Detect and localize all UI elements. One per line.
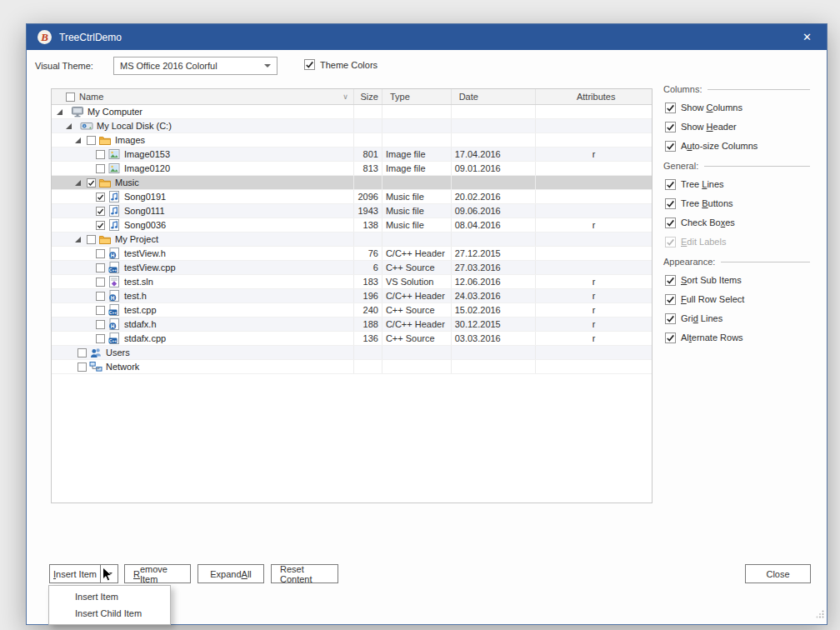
row-checkbox[interactable] bbox=[96, 249, 105, 258]
music-icon bbox=[108, 218, 121, 232]
cell-type: Music file bbox=[382, 218, 452, 232]
tree-row-song0191[interactable]: Song01912096Music file20.02.2016 bbox=[52, 190, 652, 204]
option-checkbox[interactable] bbox=[665, 313, 676, 324]
window-title: TreeCtrlDemo bbox=[59, 32, 122, 43]
cell-name: My Project bbox=[52, 232, 354, 246]
row-checkbox[interactable] bbox=[96, 306, 105, 315]
row-checkbox[interactable] bbox=[96, 320, 105, 329]
option-tree-buttons[interactable]: Tree Buttons bbox=[665, 197, 810, 210]
option-alternate-rows[interactable]: Alternate Rows bbox=[665, 331, 810, 344]
menu-item-insert-item[interactable]: Insert Item bbox=[49, 588, 170, 605]
tree-row-stdafx-cpp[interactable]: C++stdafx.cpp136C++ Source03.03.2016r bbox=[52, 332, 652, 346]
tree-row-test-cpp[interactable]: C++test.cpp240C++ Source15.02.2016r bbox=[52, 303, 652, 318]
option-checkbox[interactable] bbox=[665, 332, 676, 343]
tree-row-testview-h[interactable]: HtestView.h76C/C++ Header27.12.2015 bbox=[52, 247, 652, 261]
close-button[interactable]: Close bbox=[745, 564, 811, 583]
row-checkbox[interactable] bbox=[87, 178, 96, 188]
option-show-columns[interactable]: Show Columns bbox=[665, 101, 810, 114]
tree-row-my-local-disk-c[interactable]: My Local Disk (C:) bbox=[52, 119, 652, 133]
cell-attributes bbox=[536, 119, 652, 132]
combo-dropdown-icon[interactable] bbox=[264, 64, 271, 68]
row-checkbox[interactable] bbox=[96, 278, 105, 287]
cell-attributes: r bbox=[536, 318, 652, 331]
cell-size bbox=[354, 360, 382, 373]
tree-row-network[interactable]: Network bbox=[52, 360, 652, 374]
cell-name: Htest.h bbox=[52, 289, 354, 302]
tree-row-my-computer[interactable]: My Computer bbox=[52, 105, 652, 119]
row-checkbox[interactable] bbox=[87, 235, 96, 244]
tree-row-stdafx-h[interactable]: Hstdafx.h188C/C++ Header30.12.2015r bbox=[52, 318, 652, 332]
column-header-type[interactable]: Type bbox=[382, 89, 452, 104]
expand-toggle-icon[interactable] bbox=[66, 123, 78, 129]
menu-item-insert-child-item[interactable]: Insert Child Item bbox=[49, 605, 170, 622]
option-checkbox[interactable] bbox=[665, 275, 676, 286]
tree-row-music[interactable]: Music bbox=[52, 176, 652, 190]
theme-colors-label: Theme Colors bbox=[320, 60, 378, 70]
folder-icon bbox=[98, 232, 112, 246]
tree-row-song0111[interactable]: Song01111943Music file09.06.2016 bbox=[52, 204, 652, 218]
option-checkbox[interactable] bbox=[665, 122, 676, 132]
option-show-header[interactable]: Show Header bbox=[665, 120, 810, 133]
sort-chevron-icon[interactable]: ∨ bbox=[342, 92, 350, 101]
option-checkbox[interactable] bbox=[665, 179, 676, 190]
cell-attributes bbox=[536, 190, 652, 203]
row-checkbox[interactable] bbox=[96, 221, 105, 230]
option-sort-sub-items[interactable]: Sort Sub Items bbox=[665, 273, 810, 287]
reset-content-button[interactable]: Reset Content bbox=[271, 564, 338, 583]
row-checkbox[interactable] bbox=[96, 164, 105, 173]
column-header-attributes[interactable]: Attributes bbox=[536, 89, 652, 104]
tree-row-song0036[interactable]: Song0036138Music file08.04.2016r bbox=[52, 218, 652, 232]
cell-name: C++testView.cpp bbox=[52, 261, 354, 274]
option-checkbox[interactable] bbox=[665, 141, 676, 152]
tree-row-test-h[interactable]: Htest.h196C/C++ Header24.03.2016r bbox=[52, 289, 652, 303]
window-close-button[interactable]: ✕ bbox=[798, 29, 816, 45]
cell-date bbox=[452, 119, 537, 132]
row-checkbox[interactable] bbox=[78, 362, 87, 372]
header-checkbox[interactable] bbox=[66, 92, 75, 102]
option-full-row-select[interactable]: Full Row Select bbox=[665, 292, 810, 306]
theme-colors-checkbox-box[interactable] bbox=[304, 59, 315, 70]
row-checkbox[interactable] bbox=[96, 192, 105, 202]
option-check-boxes[interactable]: Check Boxes bbox=[665, 216, 810, 229]
tree-row-my-project[interactable]: My Project bbox=[52, 232, 652, 247]
row-checkbox[interactable] bbox=[96, 292, 105, 301]
expand-toggle-icon[interactable] bbox=[75, 180, 87, 186]
row-checkbox[interactable] bbox=[78, 348, 87, 358]
option-checkbox[interactable] bbox=[665, 294, 676, 305]
tree-row-image0153[interactable]: Image0153801Image file17.04.2016r bbox=[52, 148, 652, 162]
users-icon bbox=[89, 346, 102, 359]
option-tree-lines[interactable]: Tree Lines bbox=[665, 178, 810, 191]
expand-toggle-icon[interactable] bbox=[57, 109, 68, 115]
remove-item-button[interactable]: Remove Item bbox=[124, 564, 191, 583]
option-auto-size-columns[interactable]: Auto-size Columns bbox=[665, 139, 810, 152]
insert-item-button[interactable]: Insert Item bbox=[50, 565, 100, 582]
option-checkbox[interactable] bbox=[665, 198, 676, 209]
row-checkbox[interactable] bbox=[96, 334, 105, 343]
cell-date: 17.04.2016 bbox=[452, 148, 537, 161]
treectrldemo-window: B TreeCtrlDemo ✕ Visual Theme: MS Office… bbox=[26, 23, 828, 625]
tree-row-testview-cpp[interactable]: C++testView.cpp6C++ Source27.03.2016 bbox=[52, 261, 652, 275]
tree-row-image0120[interactable]: Image0120813Image file09.01.2016 bbox=[52, 162, 652, 176]
column-header-date[interactable]: Date bbox=[452, 89, 537, 104]
column-header-name[interactable]: Name∨ bbox=[52, 89, 354, 104]
options-panel: Columns:Show ColumnsShow HeaderAuto-size… bbox=[663, 84, 810, 352]
expand-toggle-icon[interactable] bbox=[75, 237, 87, 242]
option-checkbox[interactable] bbox=[665, 218, 676, 228]
tree-row-images[interactable]: Images bbox=[52, 133, 652, 148]
visual-theme-combobox[interactable]: MS Office 2016 Colorful bbox=[113, 57, 278, 75]
row-checkbox[interactable] bbox=[87, 136, 96, 145]
row-checkbox[interactable] bbox=[96, 263, 105, 272]
option-checkbox[interactable] bbox=[665, 102, 676, 113]
row-checkbox[interactable] bbox=[96, 150, 105, 159]
cell-name: C++stdafx.cpp bbox=[52, 332, 354, 345]
tree-row-test-sln[interactable]: test.sln183VS Solution12.06.2016r bbox=[52, 275, 652, 289]
expand-toggle-icon[interactable] bbox=[75, 138, 87, 143]
option-grid-lines[interactable]: Grid Lines bbox=[665, 312, 810, 325]
expand-all-button[interactable]: Expand All bbox=[198, 564, 264, 583]
title-bar[interactable]: B TreeCtrlDemo ✕ bbox=[27, 24, 827, 50]
tree-row-users[interactable]: Users bbox=[52, 346, 652, 360]
row-checkbox[interactable] bbox=[96, 207, 105, 216]
column-header-size[interactable]: Size bbox=[354, 89, 382, 104]
resize-grip[interactable] bbox=[816, 607, 824, 622]
theme-colors-checkbox[interactable]: Theme Colors bbox=[304, 59, 378, 70]
